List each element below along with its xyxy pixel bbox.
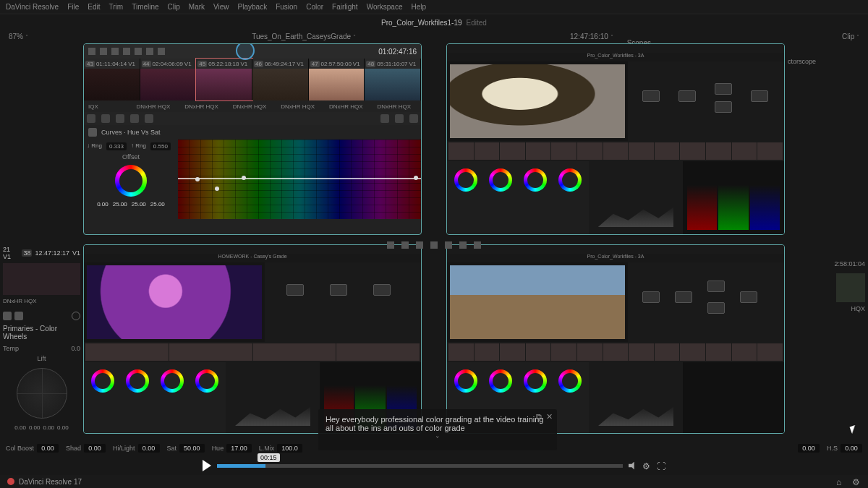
fullscreen-icon[interactable]: ⛶ bbox=[657, 461, 665, 470]
rng-lo[interactable]: 0.333 bbox=[106, 142, 127, 150]
mode-select[interactable]: Clip bbox=[842, 33, 854, 40]
tr-curves[interactable] bbox=[589, 161, 683, 234]
home-icon[interactable]: ⌂ bbox=[836, 477, 845, 486]
curve-mode-icon[interactable] bbox=[88, 128, 97, 137]
tr-color-wheels[interactable] bbox=[447, 161, 589, 234]
caption-popout-icon[interactable]: ⧉ bbox=[536, 412, 542, 421]
menu-help[interactable]: Help bbox=[411, 3, 426, 11]
menu-clip[interactable]: Clip bbox=[168, 3, 180, 11]
sat-value[interactable]: 50.00 bbox=[179, 444, 205, 453]
menu-view[interactable]: View bbox=[213, 3, 229, 11]
bl-thumbs[interactable] bbox=[84, 342, 421, 362]
hue-vs-sat-curve[interactable] bbox=[178, 140, 421, 219]
menu-color[interactable]: Color bbox=[306, 3, 323, 11]
bl-curves[interactable] bbox=[226, 362, 320, 433]
menu-trim[interactable]: Trim bbox=[109, 3, 124, 11]
clip-strip: 4301:11:04:14V1 4402:04:06:09V1 4505:22:… bbox=[84, 59, 421, 100]
step-back-icon[interactable] bbox=[401, 241, 409, 249]
play-button[interactable] bbox=[123, 48, 130, 55]
menu-app[interactable]: DaVinci Resolve bbox=[6, 3, 59, 11]
tool-5[interactable] bbox=[145, 114, 153, 123]
menu-playback[interactable]: Playback bbox=[238, 3, 268, 11]
side-thumb[interactable] bbox=[3, 263, 80, 295]
rng-hi[interactable]: 0.550 bbox=[150, 142, 171, 150]
lift-wheel[interactable] bbox=[17, 368, 67, 419]
tr-node-graph[interactable] bbox=[628, 61, 784, 141]
step-fwd-icon[interactable] bbox=[445, 241, 452, 249]
menu-workspace[interactable]: Workspace bbox=[367, 3, 403, 11]
menu-mark[interactable]: Mark bbox=[189, 3, 205, 11]
menu-edit[interactable]: Edit bbox=[88, 3, 100, 11]
tr-viewer-image[interactable] bbox=[450, 64, 625, 138]
last-frame-button[interactable] bbox=[146, 48, 153, 55]
curve-area: ↓ Rng0.333↑ Rng0.550 Offset 0.00 25.00 2… bbox=[84, 140, 421, 219]
viewer-timecode: 01:02:47:16 bbox=[378, 48, 417, 56]
side-tool-icons bbox=[3, 312, 80, 320]
bl-node-graph[interactable] bbox=[265, 262, 421, 342]
video-play-button[interactable] bbox=[203, 460, 211, 471]
colboost-value[interactable]: 0.00 bbox=[37, 444, 59, 453]
right-thumb[interactable] bbox=[836, 273, 865, 302]
tool-4[interactable] bbox=[130, 114, 139, 123]
caption-close-icon[interactable]: ✕ bbox=[546, 412, 553, 421]
clip-name[interactable]: Tues_On_Earth_CaseysGrade bbox=[252, 33, 351, 40]
clip-46[interactable]: 4606:49:24:17V1 bbox=[252, 59, 309, 100]
param-r1[interactable]: 0.00 bbox=[798, 444, 820, 453]
settings-gear-icon[interactable]: ⚙ bbox=[642, 461, 651, 470]
tool-1[interactable] bbox=[87, 114, 95, 123]
volume-icon[interactable] bbox=[629, 462, 637, 470]
menu-file[interactable]: File bbox=[67, 3, 79, 11]
lmix-value[interactable]: 100.0 bbox=[277, 444, 302, 453]
goto-end-icon[interactable] bbox=[459, 241, 467, 249]
project-settings-icon[interactable]: ⚙ bbox=[852, 477, 861, 486]
tool-r3[interactable] bbox=[409, 114, 418, 123]
goto-start-icon[interactable] bbox=[387, 241, 394, 249]
right-codec: HQX bbox=[788, 305, 865, 312]
bl-color-wheels[interactable] bbox=[84, 362, 226, 433]
shad-value[interactable]: 0.00 bbox=[84, 444, 106, 453]
video-seek-track[interactable]: 00:15 bbox=[217, 464, 623, 468]
clip-43[interactable]: 4301:11:04:14V1 bbox=[84, 59, 140, 100]
play-icon[interactable] bbox=[430, 241, 438, 249]
offset-label: Offset bbox=[87, 153, 175, 160]
stop-button[interactable] bbox=[111, 48, 119, 55]
tool-r1[interactable] bbox=[380, 114, 389, 123]
eyedropper-icon[interactable] bbox=[101, 114, 110, 123]
br-viewer-image[interactable] bbox=[450, 265, 625, 339]
menu-fusion[interactable]: Fusion bbox=[276, 3, 297, 11]
video-progress bbox=[217, 464, 265, 468]
qualifier-icon[interactable] bbox=[3, 312, 12, 320]
zoom-level[interactable]: 87% bbox=[9, 33, 23, 40]
loop-icon[interactable] bbox=[474, 241, 481, 249]
clip-48[interactable]: 4805:31:10:07V1 bbox=[365, 59, 421, 100]
curves-label[interactable]: Curves · Hue Vs Sat bbox=[101, 129, 161, 136]
br-node-graph[interactable] bbox=[628, 262, 784, 342]
hue-value[interactable]: 17.00 bbox=[226, 444, 252, 453]
first-frame-button[interactable] bbox=[88, 48, 95, 55]
br-thumbs[interactable] bbox=[447, 342, 784, 362]
temp-value[interactable]: 0.0 bbox=[71, 345, 80, 352]
offset-wheel[interactable] bbox=[115, 165, 147, 197]
clip-44[interactable]: 4402:04:06:09V1 bbox=[140, 59, 197, 100]
clip-47[interactable]: 4702:57:50:00V1 bbox=[309, 59, 365, 100]
window-icon[interactable] bbox=[14, 312, 23, 320]
curve-controls: ↓ Rng0.333↑ Rng0.550 Offset 0.00 25.00 2… bbox=[84, 140, 178, 219]
panel-curves: 01:02:47:16 4301:11:04:14V1 4402:04:06:0… bbox=[83, 43, 422, 235]
tool-3[interactable] bbox=[116, 114, 124, 123]
loop-button[interactable] bbox=[158, 48, 165, 55]
bl-viewer-image[interactable] bbox=[87, 265, 262, 339]
hs-value[interactable]: 0.00 bbox=[841, 444, 862, 453]
next-button[interactable] bbox=[135, 48, 142, 55]
stop-icon[interactable] bbox=[416, 241, 423, 249]
tr-thumbs[interactable] bbox=[447, 141, 784, 161]
menu-fairlight[interactable]: Fairlight bbox=[332, 3, 358, 11]
menu-timeline[interactable]: Timeline bbox=[132, 3, 158, 11]
add-icon[interactable] bbox=[72, 312, 80, 320]
br-curves[interactable] bbox=[589, 362, 683, 433]
caption-chevron-icon[interactable]: ˅ bbox=[326, 435, 550, 445]
clip-45[interactable]: 4505:22:18:18V1 bbox=[196, 59, 252, 100]
hilight-value[interactable]: 0.00 bbox=[138, 444, 160, 453]
vectorscope-label: ctorscope bbox=[788, 58, 865, 65]
prev-button[interactable] bbox=[100, 48, 107, 55]
tool-r2[interactable] bbox=[395, 114, 404, 123]
